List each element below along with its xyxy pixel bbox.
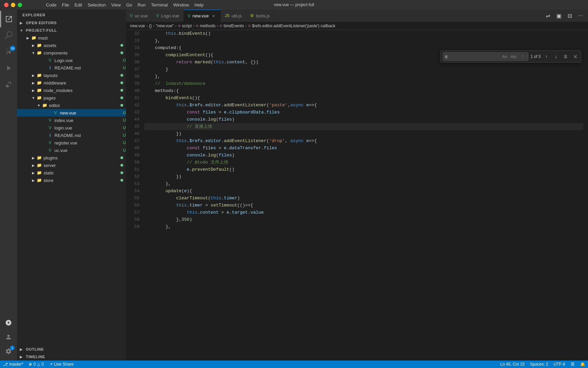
maximize-button[interactable] <box>18 3 22 7</box>
encoding-item[interactable]: UTF-8 <box>551 361 568 368</box>
tab-tools-js[interactable]: ⚙ tools.js <box>246 10 274 22</box>
tree-item-assets[interactable]: ▶ 📁 assets <box>17 42 126 49</box>
source-control-activity-icon[interactable]: 58 <box>0 44 17 60</box>
find-prev-button[interactable]: ↑ <box>543 53 550 60</box>
layout-button[interactable]: ▣ <box>554 11 564 20</box>
static-dot <box>120 171 123 174</box>
cursor-position-item[interactable]: Ln 45, Col 15 <box>497 361 527 368</box>
tree-item-layouts[interactable]: ▶ 📁 layouts <box>17 72 126 79</box>
code-content[interactable]: this.bindEvents() }, computed:{ compiled… <box>143 30 583 361</box>
error-count-item[interactable]: ⊗ 0 △ 0 <box>26 361 46 368</box>
menu-terminal[interactable]: Terminal <box>151 2 168 7</box>
extensions-activity-icon[interactable] <box>0 76 17 93</box>
menu-selection[interactable]: Selection <box>87 2 105 7</box>
tree-item-store[interactable]: ▶ 📁 store <box>17 177 126 184</box>
breadcrumb-script[interactable]: ⊙ <box>178 24 181 28</box>
breadcrumb-callback[interactable]: $refs.editor.addEventListener('paste') c… <box>252 24 336 28</box>
breadcrumb-methods[interactable]: methods <box>200 24 215 28</box>
tree-item-new-vue[interactable]: V new.vue U <box>17 109 126 117</box>
regex-button[interactable]: .* <box>519 53 526 60</box>
menu-window[interactable]: Window <box>173 2 189 7</box>
settings-icon[interactable]: 1 <box>0 345 17 358</box>
tree-item-uc-vue[interactable]: V uc.vue U <box>17 147 126 154</box>
account-icon[interactable] <box>0 331 17 343</box>
find-next-button[interactable]: ↓ <box>552 53 560 60</box>
tab-actions: ⇌ ▣ ⊟ ··· <box>543 11 588 20</box>
tab-uc-vue[interactable]: V uc.vue <box>126 10 152 22</box>
breadcrumb-file[interactable]: new.vue <box>130 24 145 28</box>
menu-file[interactable]: File <box>62 2 69 7</box>
folder-icon: 📁 <box>36 50 42 56</box>
tree-item-readme-components[interactable]: ℹ README.md U <box>17 64 126 72</box>
find-select-all-button[interactable]: ☰ <box>562 53 569 60</box>
tab-new-vue[interactable]: V new.vue × <box>184 10 221 22</box>
indentation-label: Spaces: 2 <box>530 362 548 367</box>
find-input[interactable] <box>445 54 500 59</box>
minimize-button[interactable] <box>11 3 15 7</box>
whole-word-button[interactable]: Ab| <box>510 53 517 60</box>
tree-item-register-vue[interactable]: V register.vue U <box>17 139 126 147</box>
tree-item-pages[interactable]: ▼ 📁 pages <box>17 94 126 102</box>
tree-item-plugins[interactable]: ▶ 📁 plugins <box>17 154 126 162</box>
code-line-56: this.timer = setTimeout(()=>{ <box>144 202 583 209</box>
vue-file-icon: V <box>52 110 59 116</box>
more-actions-button[interactable]: ··· <box>576 11 585 20</box>
run-activity-icon[interactable] <box>0 60 17 76</box>
open-editors-section[interactable]: ▶ OPEN EDITORS <box>17 19 126 27</box>
breadcrumb-name[interactable]: "new.vue" <box>156 24 174 28</box>
explorer-activity-icon[interactable] <box>0 11 17 27</box>
breadcrumb-scope[interactable]: {} <box>149 24 152 28</box>
folder-icon: 📁 <box>36 80 42 86</box>
tree-item-index-vue[interactable]: V index.vue U <box>17 117 126 124</box>
tree-item-middleware[interactable]: ▶ 📁 middleware <box>17 79 126 87</box>
tools-js-tab-icon: ⚙ <box>250 13 254 18</box>
menu-run[interactable]: Run <box>137 2 146 7</box>
new-vue-tab-label: new.vue <box>193 13 209 18</box>
search-activity-icon[interactable] <box>0 27 17 44</box>
timeline-section[interactable]: ▶ TIMELINE <box>17 353 126 361</box>
tree-item-node-modules[interactable]: ▶ 📁 node_modules <box>17 87 126 94</box>
settings-badge: 1 <box>10 346 15 350</box>
close-button[interactable] <box>4 3 9 7</box>
menu-edit[interactable]: Edit <box>75 2 82 7</box>
tabs-bar: V uc.vue V Logo.vue V new.vue × JS util.… <box>126 10 588 22</box>
menu-bar[interactable]: Code File Edit Selection View Go Run Ter… <box>46 2 203 7</box>
scrollbar[interactable] <box>583 30 588 361</box>
find-widget: Aa Ab| .* 1 of 3 ↑ ↓ ☰ ✕ <box>440 50 581 63</box>
menu-go[interactable]: Go <box>126 2 132 7</box>
git-branch-item[interactable]: ⎇ master* <box>0 361 26 368</box>
indentation-item[interactable]: Spaces: 2 <box>527 361 551 368</box>
language-input-label: 英 <box>571 362 575 367</box>
menu-code[interactable]: Code <box>46 2 56 7</box>
project-section[interactable]: ▼ PROJECT-FULL <box>17 27 126 34</box>
menu-help[interactable]: Help <box>194 2 203 7</box>
tree-item-login-vue[interactable]: V login.vue U <box>17 124 126 132</box>
language-input-item[interactable]: 英 <box>568 361 577 368</box>
code-editor[interactable]: Aa Ab| .* 1 of 3 ↑ ↓ ☰ ✕ 32 33 34 35 36 … <box>126 30 588 361</box>
tree-item-mast[interactable]: ▶ 📁 mast <box>17 34 126 42</box>
assets-chevron: ▶ <box>31 43 36 48</box>
breadcrumb-script-label[interactable]: script <box>182 24 192 28</box>
tab-util-js[interactable]: JS util.js <box>221 10 246 22</box>
tree-item-components[interactable]: ▼ 📁 components <box>17 49 126 57</box>
folder-icon: 📁 <box>36 170 42 176</box>
menu-view[interactable]: View <box>111 2 121 7</box>
outline-section[interactable]: ▶ OUTLINE <box>17 346 126 353</box>
traffic-lights[interactable] <box>4 3 22 7</box>
tab-logo-vue[interactable]: V Logo.vue <box>152 10 184 22</box>
notification-bell-item[interactable]: 🔔 <box>577 361 588 368</box>
new-vue-close-button[interactable]: × <box>211 13 216 19</box>
breadcrumb-bind-events[interactable]: bindEvents <box>224 24 244 28</box>
find-close-button[interactable]: ✕ <box>571 53 579 60</box>
match-case-button[interactable]: Aa <box>501 53 508 60</box>
live-share-item[interactable]: ↗ Live Share <box>47 361 76 368</box>
tree-item-logo-vue[interactable]: V Logo.vue U <box>17 57 126 64</box>
remote-icon[interactable] <box>0 316 17 329</box>
panel-button[interactable]: ⊟ <box>565 11 574 20</box>
tree-item-static[interactable]: ▶ 📁 static <box>17 169 126 177</box>
code-line-41: bindEvents(){ <box>144 94 583 102</box>
tree-item-readme-pages[interactable]: ℹ README.md U <box>17 132 126 139</box>
tree-item-server[interactable]: ▶ 📁 server <box>17 162 126 169</box>
split-editor-button[interactable]: ⇌ <box>543 11 553 20</box>
tree-item-editor[interactable]: ▼ 📁 editor <box>17 102 126 109</box>
